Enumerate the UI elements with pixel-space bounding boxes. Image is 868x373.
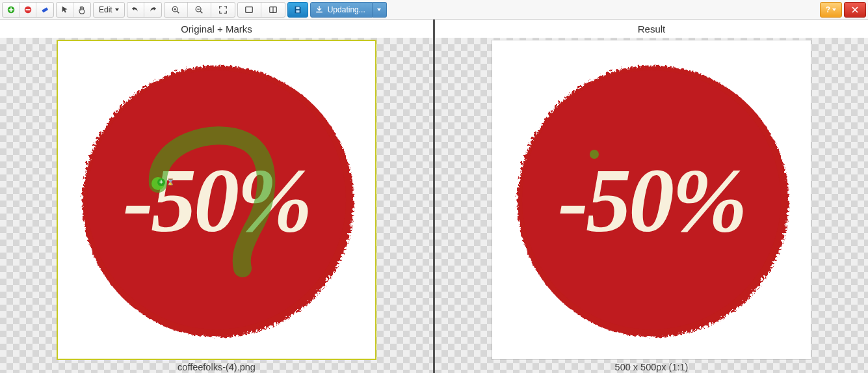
zoom-in-button[interactable] bbox=[164, 3, 188, 17]
original-filename: coffeefolks-(4).png bbox=[57, 362, 376, 372]
redo-button[interactable] bbox=[144, 3, 161, 17]
toolbar: Edit bbox=[0, 0, 868, 20]
result-canvas-wrap: -50% 500 x 500px (1:1) bbox=[492, 40, 811, 372]
original-canvas-wrap: -50% +⌛ coffeefolks-(4).png bbox=[57, 40, 376, 372]
update-group: Updating... bbox=[310, 2, 387, 18]
svg-rect-8 bbox=[296, 10, 299, 12]
history-group bbox=[127, 2, 162, 18]
split-view-button[interactable] bbox=[261, 3, 285, 17]
update-button[interactable]: Updating... bbox=[310, 2, 373, 18]
eraser-tool[interactable] bbox=[36, 3, 53, 17]
edit-menu[interactable]: Edit bbox=[94, 3, 124, 17]
original-pane-title: Original + Marks bbox=[0, 20, 433, 38]
svg-rect-7 bbox=[296, 7, 299, 9]
result-pane-title: Result bbox=[435, 20, 868, 38]
undo-button[interactable] bbox=[127, 3, 144, 17]
edit-menu-group: Edit bbox=[93, 2, 125, 18]
help-button-label: ? bbox=[826, 5, 830, 14]
caret-down-icon bbox=[377, 8, 381, 11]
pointer-tool[interactable] bbox=[57, 3, 73, 17]
discount-text-result: -50% bbox=[497, 46, 806, 354]
pointer-group bbox=[56, 2, 91, 18]
update-menu-caret[interactable] bbox=[373, 2, 387, 18]
zoom-out-button[interactable] bbox=[188, 3, 211, 17]
discount-badge-result: -50% bbox=[497, 46, 806, 354]
caret-down-icon bbox=[832, 8, 836, 11]
add-mark-tool[interactable] bbox=[3, 3, 20, 17]
svg-rect-2 bbox=[42, 7, 48, 12]
edit-menu-label: Edit bbox=[99, 5, 112, 14]
pan-tool[interactable] bbox=[73, 3, 90, 17]
help-button[interactable]: ? bbox=[820, 2, 842, 18]
remove-mark-tool[interactable] bbox=[20, 3, 36, 17]
single-view-button[interactable] bbox=[238, 3, 261, 17]
update-button-label: Updating... bbox=[328, 5, 365, 14]
close-button[interactable] bbox=[844, 2, 866, 18]
discount-badge-original: -50% bbox=[62, 46, 371, 354]
zoom-group bbox=[164, 2, 235, 18]
save-group bbox=[287, 2, 308, 18]
original-canvas[interactable]: -50% +⌛ bbox=[57, 40, 376, 359]
original-pane: Original + Marks -50% +⌛ bbox=[0, 20, 433, 373]
result-dimensions: 500 x 500px (1:1) bbox=[492, 362, 811, 372]
caret-down-icon bbox=[115, 8, 119, 11]
result-canvas[interactable]: -50% bbox=[492, 40, 811, 359]
view-layout-group bbox=[237, 2, 285, 18]
fit-screen-button[interactable] bbox=[211, 3, 235, 17]
close-icon bbox=[850, 5, 860, 14]
download-icon bbox=[315, 5, 324, 14]
result-pane: Result -50% 500 x 500px (1:1) bbox=[435, 20, 868, 373]
result-mark-dot bbox=[590, 150, 599, 159]
discount-text-original: -50% bbox=[62, 46, 371, 354]
workspace: Original + Marks -50% +⌛ bbox=[0, 20, 868, 373]
save-button[interactable] bbox=[288, 3, 308, 17]
svg-rect-5 bbox=[246, 7, 253, 12]
tool-mark-group bbox=[2, 2, 54, 18]
